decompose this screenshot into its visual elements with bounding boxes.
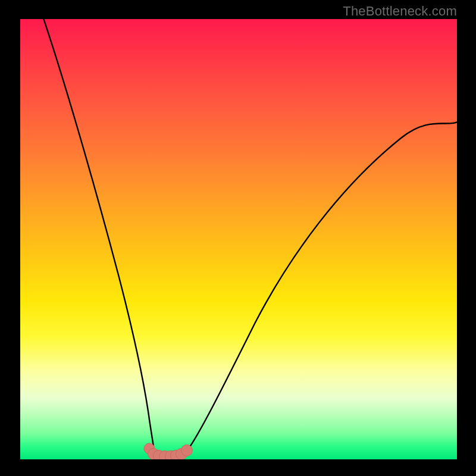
bottleneck-curve — [20, 19, 457, 459]
chart-frame: TheBottleneck.com — [0, 0, 476, 476]
valley-marker — [181, 445, 193, 456]
watermark-text: TheBottleneck.com — [343, 4, 457, 19]
valley-marker-group — [144, 443, 193, 459]
curve-right-branch — [187, 120, 457, 451]
plot-area — [20, 19, 457, 459]
curve-left-branch — [42, 19, 155, 453]
